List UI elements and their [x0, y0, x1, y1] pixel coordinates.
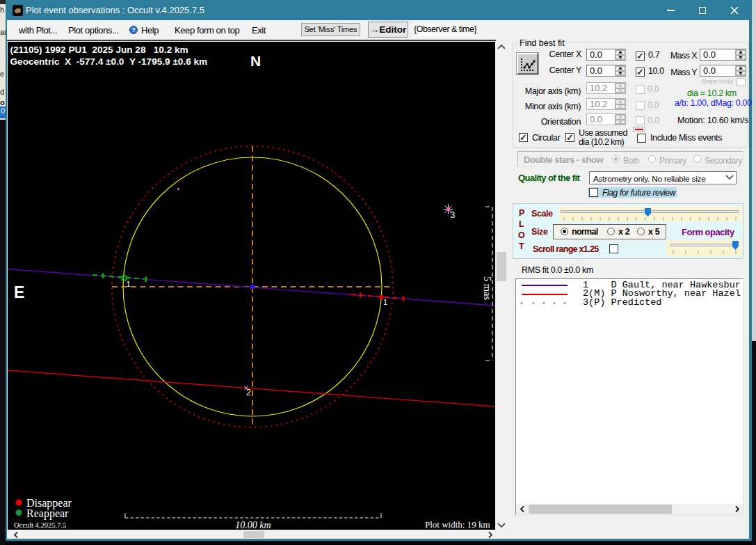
svg-text:1: 1: [127, 280, 131, 288]
svg-text:5 mas: 5 mas: [482, 276, 493, 301]
svg-text:Geocentric X -577.4 ±0.0 Y: Geocentric X -577.4 ±0.0 Y -1795.9 ±0.6 …: [10, 56, 208, 67]
svg-text:Reappear: Reappear: [26, 507, 69, 520]
svg-text:Plot width: 19 km: Plot width: 19 km: [425, 519, 490, 530]
svg-text:1: 1: [383, 298, 387, 306]
svg-text:10.00 km: 10.00 km: [235, 520, 271, 530]
svg-text:3: 3: [451, 210, 456, 220]
svg-text:N: N: [250, 53, 261, 69]
svg-text:(21105) 1992 PU1 2025 Jun 28: (21105) 1992 PU1 2025 Jun 28 10.2 km: [10, 45, 188, 55]
svg-text:E: E: [14, 283, 24, 301]
svg-text:2: 2: [246, 388, 251, 397]
svg-text:Occult 4.2025.7.5: Occult 4.2025.7.5: [14, 521, 66, 529]
